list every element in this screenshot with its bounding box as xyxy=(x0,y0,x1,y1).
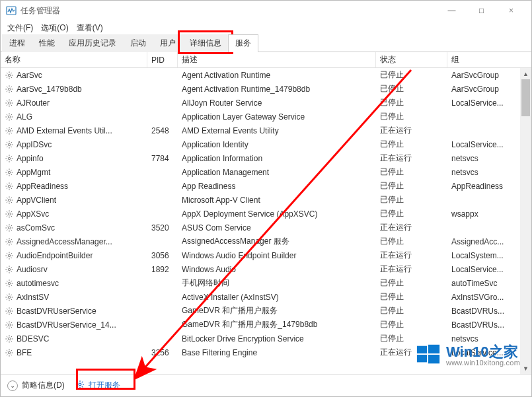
tab-processes[interactable]: 进程 xyxy=(2,34,32,52)
service-status: 已停止 xyxy=(376,194,447,205)
vertical-scrollbar[interactable]: ▲ ▼ xyxy=(520,68,531,374)
maximize-button[interactable]: □ xyxy=(467,1,496,20)
scroll-track[interactable] xyxy=(520,79,531,363)
svg-line-16 xyxy=(11,90,12,91)
service-description: Application Management xyxy=(178,168,376,177)
svg-line-61 xyxy=(11,160,12,161)
tab-services[interactable]: 服务 xyxy=(228,34,258,52)
service-description: GameDVR 和广播用户服务_1479b8db xyxy=(178,319,376,330)
svg-line-8 xyxy=(7,77,7,77)
col-pid[interactable]: PID xyxy=(147,52,178,67)
service-group: AarSvcGroup xyxy=(447,71,520,80)
col-status[interactable]: 状态 xyxy=(376,52,447,67)
service-row[interactable]: AppMgmtApplication Management已停止netsvcs xyxy=(1,165,531,179)
service-group: BcastDVRUs... xyxy=(447,307,520,316)
svg-line-60 xyxy=(7,155,7,156)
service-gear-icon xyxy=(5,140,14,149)
service-row[interactable]: AppXSvcAppX Deployment Service (AppXSVC)… xyxy=(1,207,531,221)
minimize-button[interactable]: — xyxy=(437,1,467,20)
service-status: 已停止 xyxy=(376,97,447,108)
col-group[interactable]: 组 xyxy=(447,52,520,67)
tab-users[interactable]: 用户 xyxy=(153,34,183,52)
service-row[interactable]: Appinfo7784Application Information正在运行ne… xyxy=(1,151,531,165)
service-row[interactable]: BDESVCBitLocker Drive Encryption Service… xyxy=(1,332,531,345)
service-group: AarSvcGroup xyxy=(447,85,520,94)
tab-startup[interactable]: 启动 xyxy=(123,34,153,52)
service-row[interactable]: AudioEndpointBuilder3056Windows Audio En… xyxy=(1,248,531,262)
service-row[interactable]: AMD External Events Util...2548AMD Exter… xyxy=(1,124,531,137)
tab-details[interactable]: 详细信息 xyxy=(182,34,229,52)
svg-line-72 xyxy=(11,169,12,170)
svg-line-36 xyxy=(11,114,12,114)
service-row[interactable]: AJRouterAllJoyn Router Service已停止LocalSe… xyxy=(1,96,531,110)
service-row[interactable]: AarSvc_1479b8dbAgent Activation Runtime_… xyxy=(1,82,531,96)
service-row[interactable]: AxInstSVActiveX Installer (AxInstSV)已停止A… xyxy=(1,290,531,304)
svg-line-159 xyxy=(7,308,7,308)
service-pid: 1892 xyxy=(147,265,178,274)
service-group: AxInstSVGro... xyxy=(447,293,520,302)
svg-point-73 xyxy=(8,185,11,188)
service-row[interactable]: BcastDVRUserServiceGameDVR 和广播用户服务已停止Bca… xyxy=(1,304,531,318)
service-description: Agent Activation Runtime_1479b8db xyxy=(178,85,376,94)
service-row[interactable]: BcastDVRUserService_14...GameDVR 和广播用户服务… xyxy=(1,318,531,332)
service-gear-icon xyxy=(5,71,14,80)
svg-line-26 xyxy=(7,104,7,105)
service-row[interactable]: BFE3256Base Filtering Engine正在运行LocalSer… xyxy=(1,345,531,359)
service-description: Windows Audio Endpoint Builder xyxy=(178,251,376,260)
fewer-details-button[interactable]: ⌄ 简略信息(D) xyxy=(7,380,65,391)
svg-line-89 xyxy=(7,201,7,202)
service-name: Audiosrv xyxy=(17,265,48,274)
service-gear-icon xyxy=(5,98,14,108)
tab-app-history[interactable]: 应用历史记录 xyxy=(61,34,124,52)
service-pid: 2548 xyxy=(147,126,178,135)
svg-point-181 xyxy=(8,351,11,354)
service-row[interactable]: Audiosrv1892Windows Audio正在运行LocalServic… xyxy=(1,262,531,276)
menu-view[interactable]: 查看(V) xyxy=(73,21,107,35)
svg-line-196 xyxy=(81,386,83,388)
service-row[interactable]: asComSvc3520ASUS Com Service正在运行 xyxy=(1,221,531,235)
open-services-link[interactable]: 打开服务 xyxy=(75,380,120,391)
col-name[interactable]: 名称 xyxy=(1,52,147,67)
svg-point-118 xyxy=(8,254,11,257)
service-row[interactable]: autotimesvc手机网络时间已停止autoTimeSvc xyxy=(1,276,531,290)
service-group: netsvcs xyxy=(447,334,520,343)
svg-line-105 xyxy=(7,225,7,225)
svg-line-79 xyxy=(11,188,12,188)
svg-line-160 xyxy=(11,312,12,313)
service-group: autoTimeSvc xyxy=(447,279,520,288)
scroll-up-button[interactable]: ▲ xyxy=(520,68,531,79)
svg-line-106 xyxy=(11,229,12,230)
service-row[interactable]: AppVClientMicrosoft App-V Client已停止 xyxy=(1,193,531,207)
svg-point-109 xyxy=(8,240,11,243)
close-button[interactable]: × xyxy=(496,1,526,20)
tab-performance[interactable]: 性能 xyxy=(32,34,62,52)
col-desc[interactable]: 描述 xyxy=(178,52,376,67)
service-gear-icon xyxy=(5,182,14,191)
svg-line-27 xyxy=(11,100,12,100)
svg-line-70 xyxy=(11,174,12,174)
service-row[interactable]: ALGApplication Layer Gateway Service已停止 xyxy=(1,110,531,124)
menubar: 文件(F) 选项(O) 查看(V) xyxy=(1,20,531,35)
service-row[interactable]: AppIDSvcApplication Identity已停止LocalServ… xyxy=(1,137,531,151)
service-row[interactable]: AssignedAccessManager...AssignedAccessMa… xyxy=(1,235,531,248)
service-row[interactable]: AarSvcAgent Activation Runtime已停止AarSvcG… xyxy=(1,68,531,82)
scroll-thumb[interactable] xyxy=(521,79,530,116)
svg-point-82 xyxy=(8,199,11,201)
service-status: 正在运行 xyxy=(376,222,447,233)
svg-line-151 xyxy=(11,299,12,299)
svg-point-10 xyxy=(8,88,11,90)
svg-line-108 xyxy=(11,225,12,225)
service-list: AarSvcAgent Activation Runtime已停止AarSvcG… xyxy=(1,68,531,374)
service-status: 已停止 xyxy=(376,236,447,247)
service-group: netsvcs xyxy=(447,154,520,163)
menu-options[interactable]: 选项(O) xyxy=(37,21,72,35)
service-gear-icon xyxy=(5,85,14,94)
svg-line-33 xyxy=(7,114,7,114)
menu-file[interactable]: 文件(F) xyxy=(3,21,37,35)
service-row[interactable]: AppReadinessApp Readiness已停止AppReadiness xyxy=(1,179,531,193)
service-status: 已停止 xyxy=(376,166,447,178)
chevron-down-icon: ⌄ xyxy=(7,380,18,391)
svg-line-97 xyxy=(11,215,12,216)
scroll-down-button[interactable]: ▼ xyxy=(520,363,531,374)
bottom-bar: ⌄ 简略信息(D) 打开服务 xyxy=(1,374,531,396)
